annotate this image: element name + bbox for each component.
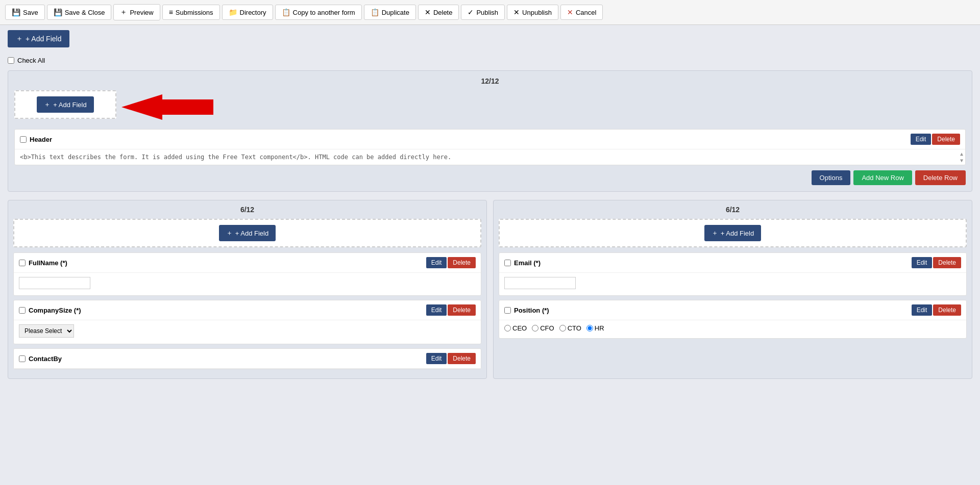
right-col-add-field-button[interactable]: ＋ + Add Field [704,225,761,241]
plus-icon-left: ＋ [226,228,233,238]
arrow-annotation [121,94,213,120]
submissions-icon: ≡ [169,8,173,16]
email-delete-button[interactable]: Delete [933,257,961,268]
row1-actions: Options Add New Row Delete Row [14,170,966,185]
radio-cto-input[interactable] [559,325,566,331]
contactby-edit-button[interactable]: Edit [426,353,447,364]
companysize-field-card: CompanySize (*) Edit Delete Please Selec… [13,300,481,344]
fullname-text-input[interactable] [19,277,90,289]
header-field-left: Header [20,136,52,143]
position-edit-button[interactable]: Edit [912,304,933,316]
companysize-select[interactable]: Please Select [19,324,74,338]
save-icon: 💾 [12,8,20,16]
preview-icon: ＋ [120,8,127,17]
publish-button[interactable]: ✓ Publish [461,5,505,20]
position-label: Position (*) [514,307,549,314]
save-button[interactable]: 💾 Save [5,5,45,20]
cancel-icon: ✕ [567,8,573,16]
check-all-row: Check All [8,57,972,64]
plus-icon-right: ＋ [712,228,718,238]
copy-icon: 📋 [282,8,290,16]
unpublish-icon: ✕ [513,8,520,16]
svg-marker-0 [121,94,213,120]
unpublish-button[interactable]: ✕ Unpublish [507,5,558,20]
plus-icon: ＋ [44,100,51,109]
fullname-checkbox[interactable] [19,260,26,266]
directory-icon: 📁 [229,8,237,16]
right-col-add-area: ＋ + Add Field [499,219,967,247]
email-input-preview [499,273,966,295]
position-delete-button[interactable]: Delete [933,304,961,316]
companysize-select-preview: Please Select [14,320,481,344]
submissions-button[interactable]: ≡ Submissions [162,5,220,20]
header-field-actions: Edit Delete [911,134,960,145]
cancel-button[interactable]: ✕ Cancel [560,5,603,20]
contactby-field-card: ContactBy Edit Delete [13,348,481,369]
email-field-card: Email (*) Edit Delete [499,252,967,296]
left-col-add-field-button[interactable]: ＋ + Add Field [219,225,276,241]
main-content: ＋ + Add Field Check All 12/12 ＋ + Add Fi… [0,25,980,384]
contactby-checkbox[interactable] [19,355,26,362]
right-col-label: 6/12 [499,206,967,214]
left-col-label: 6/12 [13,206,481,214]
radio-ceo-input[interactable] [504,325,511,331]
companysize-delete-button[interactable]: Delete [448,304,476,316]
row-2-container: 6/12 ＋ + Add Field FullName (*) Edit [8,200,972,379]
save-close-button[interactable]: 💾 Save & Close [47,5,112,20]
position-field-header: Position (*) Edit Delete [499,300,966,320]
fullname-edit-button[interactable]: Edit [426,257,447,268]
email-label: Email (*) [514,259,541,267]
contactby-label: ContactBy [29,355,62,363]
position-field-card: Position (*) Edit Delete CEO CFO [499,300,967,339]
delete-button[interactable]: ✕ Delete [418,5,459,20]
radio-cfo[interactable]: CFO [532,324,554,332]
row1-add-field-button[interactable]: ＋ + Add Field [37,96,93,113]
contactby-field-header: ContactBy Edit Delete [14,349,481,369]
fullname-field-card: FullName (*) Edit Delete [13,252,481,296]
add-field-top-icon: ＋ [16,34,23,43]
email-checkbox[interactable] [504,260,511,266]
fullname-label: FullName (*) [29,259,67,267]
scroll-indicator: ▲ ▼ [960,151,963,163]
fullname-delete-button[interactable]: Delete [448,257,476,268]
radio-hr-input[interactable] [586,325,593,331]
toolbar: 💾 Save 💾 Save & Close ＋ Preview ≡ Submis… [0,0,980,25]
save-close-icon: 💾 [54,8,62,16]
header-edit-button[interactable]: Edit [911,134,932,145]
red-arrow-svg [121,94,213,120]
radio-cto[interactable]: CTO [559,324,581,332]
preview-button[interactable]: ＋ Preview [113,4,160,20]
email-edit-button[interactable]: Edit [912,257,933,268]
companysize-edit-button[interactable]: Edit [426,304,447,316]
copy-button[interactable]: 📋 Copy to another form [275,5,362,20]
delete-row-button[interactable]: Delete Row [915,170,966,185]
add-new-row-button[interactable]: Add New Row [853,170,912,185]
options-button[interactable]: Options [812,170,851,185]
radio-cfo-input[interactable] [532,325,538,331]
header-delete-button[interactable]: Delete [932,134,960,145]
left-col: 6/12 ＋ + Add Field FullName (*) Edit [8,200,487,379]
radio-ceo[interactable]: CEO [504,324,527,332]
position-radio-preview: CEO CFO CTO HR [499,320,966,338]
companysize-checkbox[interactable] [19,307,26,314]
header-field-card: Header Edit Delete <b>This text describe… [14,129,966,165]
directory-button[interactable]: 📁 Directory [222,5,273,20]
companysize-field-header: CompanySize (*) Edit Delete [14,300,481,320]
contactby-delete-button[interactable]: Delete [448,353,476,364]
email-text-input[interactable] [504,277,576,289]
fullname-field-header: FullName (*) Edit Delete [14,253,481,273]
header-field-content: <b>This text describes the form. It is a… [15,149,965,165]
right-col: 6/12 ＋ + Add Field Email (*) Edit [493,200,972,379]
check-all-checkbox[interactable] [8,57,14,64]
check-all-label: Check All [17,57,45,64]
add-field-top-button[interactable]: ＋ + Add Field [8,30,69,47]
header-field-checkbox[interactable] [20,136,27,143]
header-field-header: Header Edit Delete [15,130,965,149]
duplicate-button[interactable]: 📋 Duplicate [364,5,416,20]
companysize-label: CompanySize (*) [29,307,81,314]
email-field-header: Email (*) Edit Delete [499,253,966,273]
row-1-container: 12/12 ＋ + Add Field Hea [8,70,972,192]
radio-hr[interactable]: HR [586,324,604,332]
delete-icon: ✕ [425,8,431,16]
position-checkbox[interactable] [504,307,511,314]
